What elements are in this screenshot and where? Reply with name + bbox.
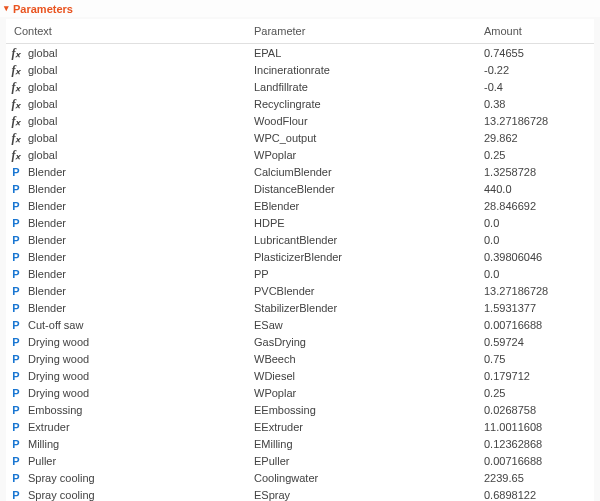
amount-cell[interactable]: 0.0 bbox=[476, 214, 594, 231]
amount-cell[interactable]: -0.22 bbox=[476, 61, 594, 78]
amount-cell[interactable]: 0.0268758 bbox=[476, 401, 594, 418]
context-cell[interactable]: fₓglobal bbox=[6, 112, 246, 129]
context-cell[interactable]: PMilling bbox=[6, 435, 246, 452]
table-row[interactable]: PPullerEPuller0.00716688 bbox=[6, 452, 594, 469]
amount-cell[interactable]: 13.27186728 bbox=[476, 282, 594, 299]
context-cell[interactable]: fₓglobal bbox=[6, 44, 246, 62]
amount-cell[interactable]: 0.75 bbox=[476, 350, 594, 367]
table-row[interactable]: PDrying woodWBeech0.75 bbox=[6, 350, 594, 367]
col-header-context[interactable]: Context bbox=[6, 19, 246, 44]
table-row[interactable]: PBlenderPlasticizerBlender0.39806046 bbox=[6, 248, 594, 265]
amount-cell[interactable]: 29.862 bbox=[476, 129, 594, 146]
table-row[interactable]: fₓglobalWPoplar0.25 bbox=[6, 146, 594, 163]
context-cell[interactable]: PSpray cooling bbox=[6, 486, 246, 501]
parameter-cell[interactable]: GasDrying bbox=[246, 333, 476, 350]
table-row[interactable]: PBlenderHDPE0.0 bbox=[6, 214, 594, 231]
amount-cell[interactable]: 2239.65 bbox=[476, 469, 594, 486]
table-row[interactable]: PCut-off sawESaw0.00716688 bbox=[6, 316, 594, 333]
table-row[interactable]: PSpray coolingESpray0.6898122 bbox=[6, 486, 594, 501]
context-cell[interactable]: PBlender bbox=[6, 214, 246, 231]
context-cell[interactable]: PBlender bbox=[6, 197, 246, 214]
parameter-cell[interactable]: PlasticizerBlender bbox=[246, 248, 476, 265]
parameter-cell[interactable]: PP bbox=[246, 265, 476, 282]
parameter-cell[interactable]: WPoplar bbox=[246, 146, 476, 163]
context-cell[interactable]: PCut-off saw bbox=[6, 316, 246, 333]
parameter-cell[interactable]: EEmbossing bbox=[246, 401, 476, 418]
parameter-cell[interactable]: WPoplar bbox=[246, 384, 476, 401]
context-cell[interactable]: PEmbossing bbox=[6, 401, 246, 418]
context-cell[interactable]: PBlender bbox=[6, 163, 246, 180]
amount-cell[interactable]: 440.0 bbox=[476, 180, 594, 197]
panel-header[interactable]: ▾ Parameters bbox=[0, 0, 600, 17]
table-row[interactable]: PBlenderDistanceBlender440.0 bbox=[6, 180, 594, 197]
parameter-cell[interactable]: ESpray bbox=[246, 486, 476, 501]
context-cell[interactable]: PExtruder bbox=[6, 418, 246, 435]
parameter-cell[interactable]: Coolingwater bbox=[246, 469, 476, 486]
parameter-cell[interactable]: EPAL bbox=[246, 44, 476, 62]
table-row[interactable]: fₓglobalWPC_output29.862 bbox=[6, 129, 594, 146]
parameter-cell[interactable]: ESaw bbox=[246, 316, 476, 333]
amount-cell[interactable]: 0.38 bbox=[476, 95, 594, 112]
parameter-cell[interactable]: WDiesel bbox=[246, 367, 476, 384]
context-cell[interactable]: PDrying wood bbox=[6, 384, 246, 401]
context-cell[interactable]: fₓglobal bbox=[6, 61, 246, 78]
context-cell[interactable]: PSpray cooling bbox=[6, 469, 246, 486]
amount-cell[interactable]: 1.3258728 bbox=[476, 163, 594, 180]
context-cell[interactable]: PBlender bbox=[6, 299, 246, 316]
context-cell[interactable]: PDrying wood bbox=[6, 367, 246, 384]
parameter-cell[interactable]: HDPE bbox=[246, 214, 476, 231]
context-cell[interactable]: PBlender bbox=[6, 180, 246, 197]
amount-cell[interactable]: 0.59724 bbox=[476, 333, 594, 350]
table-row[interactable]: PMillingEMilling0.12362868 bbox=[6, 435, 594, 452]
parameter-cell[interactable]: EBlender bbox=[246, 197, 476, 214]
amount-cell[interactable]: 0.6898122 bbox=[476, 486, 594, 501]
parameter-cell[interactable]: Recyclingrate bbox=[246, 95, 476, 112]
amount-cell[interactable]: 0.25 bbox=[476, 384, 594, 401]
table-row[interactable]: fₓglobalWoodFlour13.27186728 bbox=[6, 112, 594, 129]
amount-cell[interactable]: 0.00716688 bbox=[476, 316, 594, 333]
table-row[interactable]: PBlenderPVCBlender13.27186728 bbox=[6, 282, 594, 299]
parameter-cell[interactable]: CalciumBlender bbox=[246, 163, 476, 180]
parameter-cell[interactable]: StabilizerBlender bbox=[246, 299, 476, 316]
context-cell[interactable]: PBlender bbox=[6, 248, 246, 265]
parameter-cell[interactable]: EExtruder bbox=[246, 418, 476, 435]
amount-cell[interactable]: 0.39806046 bbox=[476, 248, 594, 265]
parameter-cell[interactable]: EMilling bbox=[246, 435, 476, 452]
parameter-cell[interactable]: DistanceBlender bbox=[246, 180, 476, 197]
context-cell[interactable]: PPuller bbox=[6, 452, 246, 469]
table-row[interactable]: PBlenderPP0.0 bbox=[6, 265, 594, 282]
context-cell[interactable]: fₓglobal bbox=[6, 146, 246, 163]
amount-cell[interactable]: 0.25 bbox=[476, 146, 594, 163]
table-row[interactable]: PBlenderEBlender28.846692 bbox=[6, 197, 594, 214]
col-header-amount[interactable]: Amount bbox=[476, 19, 594, 44]
context-cell[interactable]: fₓglobal bbox=[6, 95, 246, 112]
table-row[interactable]: PDrying woodWDiesel0.179712 bbox=[6, 367, 594, 384]
context-cell[interactable]: fₓglobal bbox=[6, 78, 246, 95]
amount-cell[interactable]: 1.5931377 bbox=[476, 299, 594, 316]
table-row[interactable]: PEmbossingEEmbossing0.0268758 bbox=[6, 401, 594, 418]
table-row[interactable]: fₓglobalEPAL0.74655 bbox=[6, 44, 594, 62]
parameter-cell[interactable]: WoodFlour bbox=[246, 112, 476, 129]
amount-cell[interactable]: 0.00716688 bbox=[476, 452, 594, 469]
amount-cell[interactable]: 28.846692 bbox=[476, 197, 594, 214]
context-cell[interactable]: fₓglobal bbox=[6, 129, 246, 146]
table-row[interactable]: PSpray coolingCoolingwater2239.65 bbox=[6, 469, 594, 486]
amount-cell[interactable]: 13.27186728 bbox=[476, 112, 594, 129]
table-row[interactable]: PBlenderStabilizerBlender1.5931377 bbox=[6, 299, 594, 316]
table-row[interactable]: PDrying woodGasDrying0.59724 bbox=[6, 333, 594, 350]
context-cell[interactable]: PDrying wood bbox=[6, 350, 246, 367]
parameter-cell[interactable]: LubricantBlender bbox=[246, 231, 476, 248]
amount-cell[interactable]: 0.0 bbox=[476, 231, 594, 248]
parameter-cell[interactable]: EPuller bbox=[246, 452, 476, 469]
amount-cell[interactable]: 0.74655 bbox=[476, 44, 594, 62]
parameter-cell[interactable]: Incinerationrate bbox=[246, 61, 476, 78]
context-cell[interactable]: PBlender bbox=[6, 265, 246, 282]
amount-cell[interactable]: 0.12362868 bbox=[476, 435, 594, 452]
context-cell[interactable]: PBlender bbox=[6, 231, 246, 248]
amount-cell[interactable]: -0.4 bbox=[476, 78, 594, 95]
parameter-cell[interactable]: WPC_output bbox=[246, 129, 476, 146]
col-header-parameter[interactable]: Parameter bbox=[246, 19, 476, 44]
table-row[interactable]: PBlenderCalciumBlender1.3258728 bbox=[6, 163, 594, 180]
table-row[interactable]: fₓglobalIncinerationrate-0.22 bbox=[6, 61, 594, 78]
table-row[interactable]: PDrying woodWPoplar0.25 bbox=[6, 384, 594, 401]
